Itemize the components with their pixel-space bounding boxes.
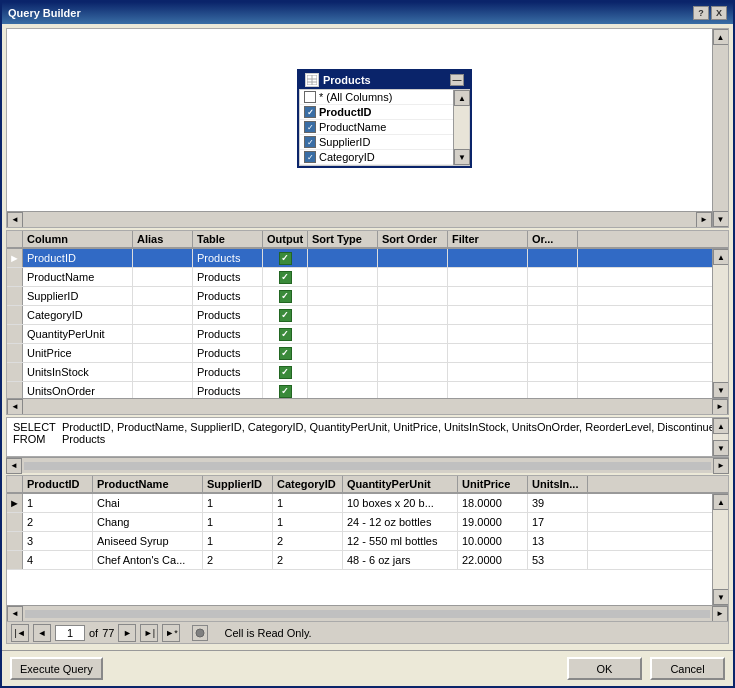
res-cell-up-4[interactable]: 22.0000 [458,551,528,569]
tw-scrollbar[interactable]: ▲ ▼ [453,90,469,165]
table-row[interactable]: ► 1 Chai 1 1 10 boxes x 20 b... 18.0000 … [7,494,712,513]
res-cell-uis-3[interactable]: 13 [528,532,588,550]
res-scroll-right[interactable]: ► [712,606,728,622]
cell-filter-5[interactable] [448,325,528,343]
sql-scroll-up[interactable]: ▲ [713,418,729,434]
res-cell-qpu-4[interactable]: 48 - 6 oz jars [343,551,458,569]
cell-output-2[interactable]: ✓ [263,268,308,286]
cell-alias-3[interactable] [133,287,193,305]
diag-scroll-up[interactable]: ▲ [713,29,729,45]
cell-filter-3[interactable] [448,287,528,305]
res-cell-pname-2[interactable]: Chang [93,513,203,531]
cell-sorttype-6[interactable] [308,344,378,362]
cell-alias-5[interactable] [133,325,193,343]
cell-column-1[interactable]: ProductID [23,249,133,267]
col-scroll-right[interactable]: ► [712,399,728,415]
diagram-vscroll[interactable]: ▲ ▼ [712,29,728,227]
columns-hscroll[interactable]: ◄ ► [7,398,728,414]
cell-or-8[interactable] [528,382,578,398]
cell-table-3[interactable]: Products [193,287,263,305]
res-scroll-down[interactable]: ▼ [713,589,728,605]
cell-or-1[interactable] [528,249,578,267]
nav-star[interactable]: ►* [162,624,180,642]
tw-check-allcolumns[interactable] [304,91,316,103]
cell-sortorder-7[interactable] [378,363,448,381]
table-row[interactable]: ProductName Products ✓ [7,268,712,287]
results-vscroll[interactable]: ▲ ▼ [712,494,728,605]
table-row[interactable]: UnitsInStock Products ✓ [7,363,712,382]
cell-output-8[interactable]: ✓ [263,382,308,398]
res-cell-pid-4[interactable]: 4 [23,551,93,569]
tw-check-productname[interactable]: ✓ [304,121,316,133]
res-cell-pname-3[interactable]: Aniseed Syrup [93,532,203,550]
cell-filter-8[interactable] [448,382,528,398]
cell-output-3[interactable]: ✓ [263,287,308,305]
sql-scroll-down[interactable]: ▼ [713,440,729,456]
table-row[interactable]: QuantityPerUnit Products ✓ [7,325,712,344]
res-cell-qpu-3[interactable]: 12 - 550 ml bottles [343,532,458,550]
cell-filter-4[interactable] [448,306,528,324]
cell-sorttype-7[interactable] [308,363,378,381]
tw-item-allcolumns[interactable]: * (All Columns) [300,90,453,105]
table-row[interactable]: ► ProductID Products ✓ [7,249,712,268]
sql-scroll-left[interactable]: ◄ [6,458,22,474]
table-row[interactable]: UnitPrice Products ✓ [7,344,712,363]
columns-vscroll[interactable]: ▲ ▼ [712,249,728,398]
res-cell-sid-4[interactable]: 2 [203,551,273,569]
cell-column-2[interactable]: ProductName [23,268,133,286]
cell-alias-1[interactable] [133,249,193,267]
sql-scroll-right[interactable]: ► [713,458,729,474]
cell-output-1[interactable]: ✓ [263,249,308,267]
cell-sorttype-2[interactable] [308,268,378,286]
cell-sorttype-5[interactable] [308,325,378,343]
cell-or-2[interactable] [528,268,578,286]
nav-stop[interactable] [192,625,208,641]
cell-column-5[interactable]: QuantityPerUnit [23,325,133,343]
cell-output-4[interactable]: ✓ [263,306,308,324]
cell-filter-1[interactable] [448,249,528,267]
cell-alias-8[interactable] [133,382,193,398]
diag-scroll-down[interactable]: ▼ [713,211,729,227]
res-cell-pid-1[interactable]: 1 [23,494,93,512]
tw-check-supplierid[interactable]: ✓ [304,136,316,148]
sql-hscroll[interactable]: ◄ ► [6,457,729,473]
res-cell-up-1[interactable]: 18.0000 [458,494,528,512]
res-cell-qpu-1[interactable]: 10 boxes x 20 b... [343,494,458,512]
cell-sorttype-4[interactable] [308,306,378,324]
res-cell-up-2[interactable]: 19.0000 [458,513,528,531]
res-cell-uis-1[interactable]: 39 [528,494,588,512]
table-widget-minimize[interactable]: — [450,74,464,86]
res-cell-uis-2[interactable]: 17 [528,513,588,531]
help-button[interactable]: ? [693,6,709,20]
ok-button[interactable]: OK [567,657,642,680]
tw-item-categoryid[interactable]: ✓ CategoryID [300,150,453,165]
cell-output-7[interactable]: ✓ [263,363,308,381]
res-cell-qpu-2[interactable]: 24 - 12 oz bottles [343,513,458,531]
res-scroll-left[interactable]: ◄ [7,606,23,622]
cell-alias-2[interactable] [133,268,193,286]
table-row[interactable]: SupplierID Products ✓ [7,287,712,306]
res-scroll-up[interactable]: ▲ [713,494,728,510]
diag-scroll-right[interactable]: ► [696,212,712,228]
cell-table-4[interactable]: Products [193,306,263,324]
cell-or-5[interactable] [528,325,578,343]
cell-alias-7[interactable] [133,363,193,381]
cell-output-6[interactable]: ✓ [263,344,308,362]
col-scroll-down[interactable]: ▼ [713,382,728,398]
nav-page-input[interactable] [55,625,85,641]
diag-scroll-left[interactable]: ◄ [7,212,23,228]
cell-sortorder-5[interactable] [378,325,448,343]
nav-last[interactable]: ►| [140,624,158,642]
cell-filter-7[interactable] [448,363,528,381]
res-cell-pname-4[interactable]: Chef Anton's Ca... [93,551,203,569]
res-cell-pid-3[interactable]: 3 [23,532,93,550]
cell-sortorder-3[interactable] [378,287,448,305]
cell-sortorder-4[interactable] [378,306,448,324]
cell-column-8[interactable]: UnitsOnOrder [23,382,133,398]
res-cell-cid-1[interactable]: 1 [273,494,343,512]
cell-or-7[interactable] [528,363,578,381]
sql-vscroll[interactable]: ▲ ▼ [712,418,728,456]
nav-prev[interactable]: ◄ [33,624,51,642]
cell-or-6[interactable] [528,344,578,362]
cancel-button[interactable]: Cancel [650,657,725,680]
